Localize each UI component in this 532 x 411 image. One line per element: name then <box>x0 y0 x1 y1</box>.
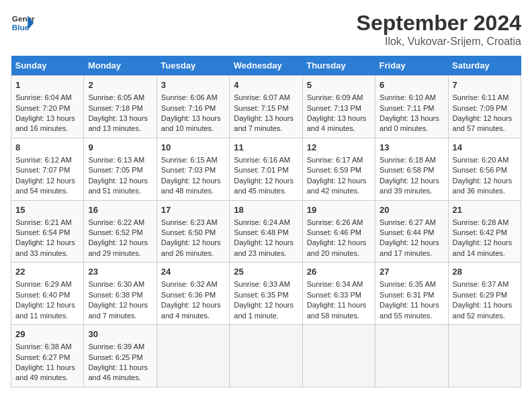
day-number: 19 <box>307 204 371 216</box>
day-info-line: Daylight: 12 hours <box>161 176 225 186</box>
day-number: 17 <box>161 204 225 216</box>
day-info-line: Daylight: 12 hours <box>161 300 225 310</box>
day-info-line: Sunset: 6:40 PM <box>15 290 79 300</box>
day-info-line: Daylight: 12 hours <box>15 300 79 310</box>
day-info-line: Daylight: 11 hours <box>15 363 79 373</box>
day-info-line: Sunset: 6:25 PM <box>88 353 152 363</box>
day-info-line: Daylight: 12 hours <box>380 238 443 248</box>
day-info-line: Daylight: 13 hours <box>161 113 225 124</box>
weekday-header-cell: Wednesday <box>230 56 302 76</box>
day-info-line: Daylight: 12 hours <box>15 176 79 186</box>
calendar-cell: 11Sunrise: 6:16 AMSunset: 7:01 PMDayligh… <box>230 138 302 200</box>
day-info-line: Sunset: 6:46 PM <box>307 228 371 238</box>
day-number: 15 <box>15 204 79 216</box>
calendar-cell: 23Sunrise: 6:30 AMSunset: 6:38 PMDayligh… <box>84 263 157 325</box>
day-info-line: Daylight: 11 hours <box>88 363 152 373</box>
day-number: 7 <box>453 79 517 91</box>
day-info-line: Sunrise: 6:06 AM <box>161 93 225 103</box>
calendar-cell: 14Sunrise: 6:20 AMSunset: 6:56 PMDayligh… <box>448 138 521 200</box>
calendar-cell <box>448 325 521 387</box>
day-info-line: Daylight: 11 hours <box>380 300 443 310</box>
calendar-week-row: 29Sunrise: 6:38 AMSunset: 6:27 PMDayligh… <box>11 325 521 387</box>
day-info-line: Sunset: 6:33 PM <box>307 290 371 300</box>
day-info-line: Sunset: 7:16 PM <box>161 103 225 113</box>
day-info-line: Daylight: 12 hours <box>453 113 517 124</box>
day-info-line: Daylight: 12 hours <box>453 176 517 186</box>
calendar-cell: 5Sunrise: 6:09 AMSunset: 7:13 PMDaylight… <box>302 76 375 138</box>
day-info-line: Sunrise: 6:22 AM <box>88 218 152 228</box>
title-block: September 2024 Ilok, Vukovar-Srijem, Cro… <box>357 11 521 48</box>
calendar-cell: 12Sunrise: 6:17 AMSunset: 6:59 PMDayligh… <box>302 138 375 200</box>
day-number: 14 <box>453 142 517 154</box>
day-number: 28 <box>453 266 517 278</box>
day-info-line: and 57 minutes. <box>453 124 517 134</box>
page-header: General Blue September 2024 Ilok, Vukova… <box>11 11 521 48</box>
day-info-line: and 16 minutes. <box>15 124 79 134</box>
day-info-line: Sunrise: 6:12 AM <box>15 155 79 165</box>
day-info-line: Sunset: 7:15 PM <box>234 103 298 113</box>
day-info-line: Sunset: 7:18 PM <box>88 103 152 113</box>
svg-text:Blue: Blue <box>12 23 30 32</box>
calendar-cell: 2Sunrise: 6:05 AMSunset: 7:18 PMDaylight… <box>84 76 157 138</box>
day-info-line: and 33 minutes. <box>15 248 79 259</box>
day-info-line: Daylight: 12 hours <box>88 238 152 248</box>
day-info-line: Sunrise: 6:30 AM <box>88 279 152 289</box>
day-info-line: Daylight: 13 hours <box>234 113 298 124</box>
day-info-line: Daylight: 12 hours <box>161 238 225 248</box>
day-number: 26 <box>307 266 371 278</box>
calendar-cell: 18Sunrise: 6:24 AMSunset: 6:48 PMDayligh… <box>230 200 302 263</box>
day-info-line: and 51 minutes. <box>88 186 152 196</box>
day-info-line: Daylight: 12 hours <box>307 238 371 248</box>
day-info-line: and 52 minutes. <box>453 311 517 321</box>
day-info-line: and 0 minutes. <box>380 124 443 134</box>
day-info-line: Sunset: 7:20 PM <box>15 103 79 113</box>
day-info-line: Sunrise: 6:05 AM <box>88 93 152 103</box>
day-number: 22 <box>15 266 79 278</box>
calendar-cell: 9Sunrise: 6:13 AMSunset: 7:05 PMDaylight… <box>84 138 157 200</box>
day-info-line: Daylight: 12 hours <box>234 176 298 186</box>
day-info-line: Sunset: 6:36 PM <box>161 290 225 300</box>
calendar-cell: 13Sunrise: 6:18 AMSunset: 6:58 PMDayligh… <box>375 138 448 200</box>
day-info-line: Sunrise: 6:37 AM <box>453 279 517 289</box>
calendar-cell: 29Sunrise: 6:38 AMSunset: 6:27 PMDayligh… <box>11 325 84 387</box>
day-info-line: Sunrise: 6:15 AM <box>161 155 225 165</box>
day-number: 8 <box>15 142 79 154</box>
day-number: 2 <box>88 79 152 91</box>
day-info-line: Sunrise: 6:29 AM <box>15 279 79 289</box>
calendar-cell: 24Sunrise: 6:32 AMSunset: 6:36 PMDayligh… <box>157 263 229 325</box>
day-info-line: Sunset: 6:29 PM <box>453 290 517 300</box>
calendar-cell: 28Sunrise: 6:37 AMSunset: 6:29 PMDayligh… <box>448 263 521 325</box>
day-info-line: and 54 minutes. <box>15 186 79 196</box>
day-info-line: Sunrise: 6:27 AM <box>380 218 443 228</box>
day-number: 30 <box>88 328 152 340</box>
calendar-week-row: 15Sunrise: 6:21 AMSunset: 6:54 PMDayligh… <box>11 200 521 263</box>
day-number: 9 <box>88 142 152 154</box>
calendar-week-row: 22Sunrise: 6:29 AMSunset: 6:40 PMDayligh… <box>11 263 521 325</box>
calendar-cell: 19Sunrise: 6:26 AMSunset: 6:46 PMDayligh… <box>302 200 375 263</box>
calendar-cell: 7Sunrise: 6:11 AMSunset: 7:09 PMDaylight… <box>448 76 521 138</box>
calendar-cell: 16Sunrise: 6:22 AMSunset: 6:52 PMDayligh… <box>84 200 157 263</box>
day-info-line: and 29 minutes. <box>88 248 152 259</box>
day-info-line: Sunrise: 6:34 AM <box>307 279 371 289</box>
day-info-line: and 13 minutes. <box>88 124 152 134</box>
page-subtitle: Ilok, Vukovar-Srijem, Croatia <box>357 36 521 48</box>
day-number: 16 <box>88 204 152 216</box>
day-info-line: Sunrise: 6:17 AM <box>307 155 371 165</box>
day-info-line: Daylight: 12 hours <box>380 176 443 186</box>
day-number: 3 <box>161 79 225 91</box>
day-info-line: Daylight: 11 hours <box>307 300 371 310</box>
day-info-line: and 45 minutes. <box>234 186 298 196</box>
weekday-header-cell: Sunday <box>11 56 84 76</box>
day-info-line: and 20 minutes. <box>307 248 371 259</box>
day-info-line: and 1 minute. <box>234 311 298 321</box>
weekday-header-cell: Tuesday <box>157 56 229 76</box>
day-info-line: Sunrise: 6:35 AM <box>380 279 443 289</box>
day-info-line: Sunrise: 6:07 AM <box>234 93 298 103</box>
day-info-line: Daylight: 11 hours <box>453 300 517 310</box>
day-info-line: Daylight: 12 hours <box>234 238 298 248</box>
calendar-cell: 3Sunrise: 6:06 AMSunset: 7:16 PMDaylight… <box>157 76 229 138</box>
calendar-cell: 22Sunrise: 6:29 AMSunset: 6:40 PMDayligh… <box>11 263 84 325</box>
day-info-line: Daylight: 12 hours <box>453 238 517 248</box>
day-info-line: Sunrise: 6:24 AM <box>234 218 298 228</box>
day-info-line: Sunset: 6:35 PM <box>234 290 298 300</box>
